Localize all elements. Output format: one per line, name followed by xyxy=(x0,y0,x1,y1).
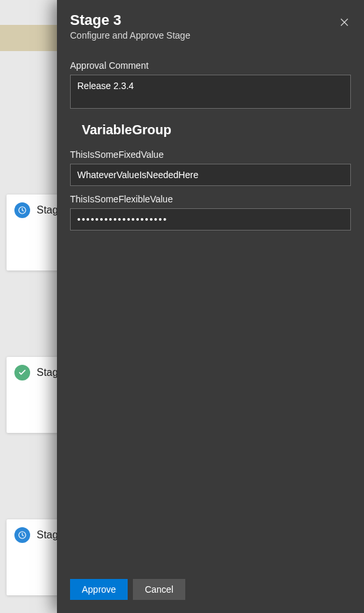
approve-button[interactable]: Approve xyxy=(70,579,128,600)
variable-group-heading: VariableGroup xyxy=(70,111,351,141)
close-icon xyxy=(338,16,350,28)
check-icon xyxy=(14,365,30,381)
panel-title: Stage 3 xyxy=(70,12,351,29)
panel-footer: Approve Cancel xyxy=(57,570,364,613)
approval-comment-label: Approval Comment xyxy=(70,60,351,71)
stage-card-label: Stag xyxy=(37,367,58,379)
flexible-value-input[interactable] xyxy=(70,208,351,231)
clock-icon xyxy=(14,202,30,218)
close-button[interactable] xyxy=(335,13,354,31)
clock-icon xyxy=(14,527,30,543)
fixed-value-input[interactable] xyxy=(70,164,351,186)
panel-body: Approval Comment VariableGroup ThisIsSom… xyxy=(57,50,364,570)
stage-config-panel: Stage 3 Configure and Approve Stage Appr… xyxy=(57,0,364,613)
panel-header: Stage 3 Configure and Approve Stage xyxy=(57,0,364,50)
panel-subtitle: Configure and Approve Stage xyxy=(70,30,351,41)
approval-comment-input[interactable] xyxy=(70,75,351,109)
stage-card-label: Stag xyxy=(37,529,58,541)
cancel-button[interactable]: Cancel xyxy=(133,579,185,600)
flexible-value-label: ThisIsSomeFlexibleValue xyxy=(70,194,351,204)
stage-card-label: Stag xyxy=(37,204,58,216)
fixed-value-label: ThisIsSomeFixedValue xyxy=(70,149,351,160)
